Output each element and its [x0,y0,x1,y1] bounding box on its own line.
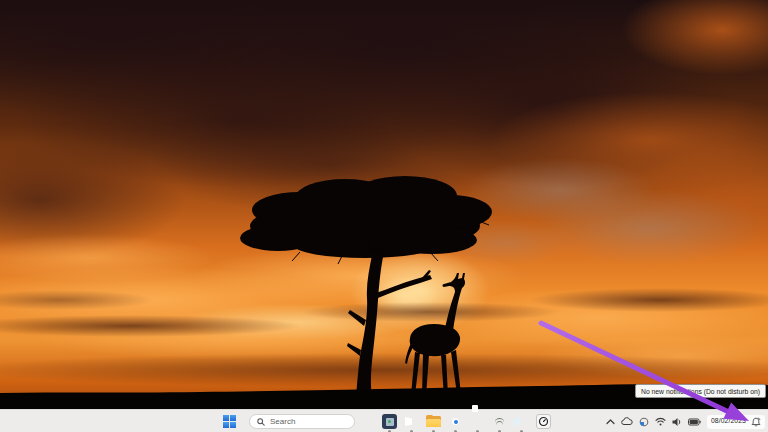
search-input[interactable]: Search [249,414,355,429]
search-placeholder: Search [270,418,295,426]
taskbar-app-word[interactable] [470,414,485,429]
notifications-tooltip: No new notifications (Do not disturb on) [635,384,766,398]
taskbar-app-icons [360,414,551,429]
tray-chevron-up-icon[interactable] [606,419,615,425]
taskbar-app-edge[interactable] [514,414,529,429]
taskbar-app-task-view[interactable] [360,414,375,429]
start-button[interactable] [223,415,237,429]
taskbar-app-file-explorer[interactable] [426,414,441,429]
onedrive-cloud-icon[interactable] [621,417,633,426]
tray-clock[interactable]: 08/02/2023 [707,415,765,429]
tray-date: 08/02/2023 [711,418,746,425]
notification-bell-icon[interactable] [751,417,761,427]
taskbar-app-clock[interactable] [536,414,551,429]
windows-logo-icon [223,415,237,428]
battery-icon[interactable] [688,418,701,426]
clock-app-icon [536,414,551,429]
taskbar-app-chrome[interactable] [448,414,463,429]
wifi-icon[interactable] [655,417,666,426]
taskbar-app-spotify[interactable] [492,414,507,429]
search-icon [257,418,265,426]
taskbar-app-mail[interactable] [404,414,419,429]
sync-status-icon[interactable] [639,417,649,427]
taskbar: Search [0,409,768,432]
desktop-screen: Search [0,0,768,432]
taskbar-app-photos[interactable] [382,414,397,429]
photos-icon [382,414,397,429]
system-tray: 08/02/2023 [606,410,765,432]
volume-icon[interactable] [672,417,682,427]
wallpaper-sunset-savanna [0,0,768,410]
